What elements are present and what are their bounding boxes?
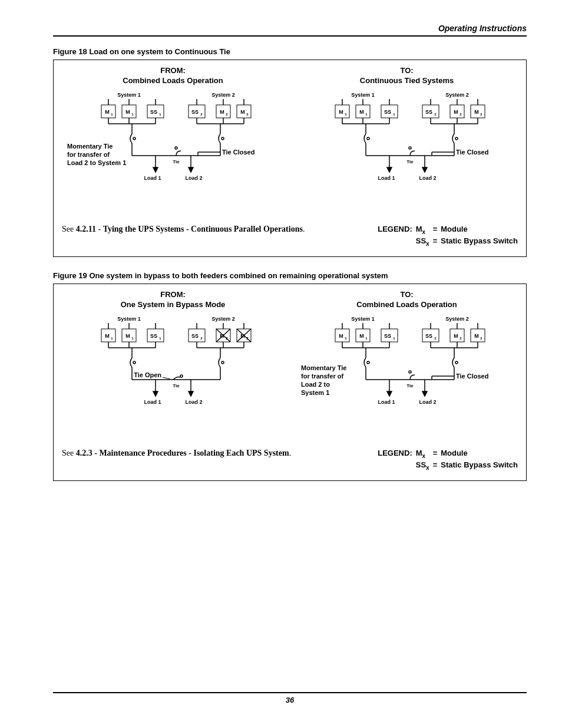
svg-text:System 1: System 1 — [351, 316, 375, 322]
fig18-from-l1: FROM: — [160, 66, 186, 75]
svg-point-196 — [367, 361, 369, 364]
svg-point-201 — [409, 371, 411, 373]
svg-text:Load 1: Load 1 — [378, 399, 395, 405]
svg-text:Tie Closed: Tie Closed — [456, 373, 488, 380]
svg-marker-96 — [387, 167, 392, 172]
svg-text:Load 1: Load 1 — [144, 399, 161, 405]
svg-text:M: M — [474, 109, 479, 115]
svg-text:Load 1: Load 1 — [378, 175, 395, 181]
svg-text:Load 1: Load 1 — [144, 175, 161, 181]
figure19-right-diagram: TO: Combined Loads Operation System 1 Sy… — [296, 290, 518, 431]
svg-text:M: M — [125, 109, 130, 115]
svg-text:M: M — [339, 109, 343, 115]
svg-text:M: M — [105, 333, 110, 339]
figure19-title: Figure 19 One system in bypass to both f… — [53, 271, 527, 280]
svg-marker-205 — [422, 391, 427, 396]
fig19-to-l2: Combined Loads Operation — [356, 300, 457, 309]
svg-text:SS: SS — [191, 109, 198, 115]
figure19-left-diagram: FROM: One System in Bypass Mode System 1… — [62, 290, 284, 431]
svg-text:M: M — [454, 109, 458, 115]
svg-text:SS: SS — [384, 333, 391, 339]
fig18-reference-text: See 4.2.11 - Tying the UPS Systems - Con… — [62, 224, 305, 235]
svg-point-145 — [133, 361, 135, 364]
svg-text:SS: SS — [150, 333, 157, 339]
svg-text:Load 2: Load 2 — [185, 175, 202, 181]
svg-point-90 — [455, 137, 458, 140]
svg-text:System 1: System 1 — [351, 92, 375, 98]
svg-point-36 — [133, 137, 135, 140]
fig18-from-l2: Combined Loads Operation — [123, 76, 223, 85]
svg-text:M: M — [125, 333, 130, 339]
fig18-right-svg: System 1 System 2 M1 M1 SS1 SS2 M2 M2 — [301, 90, 513, 207]
svg-text:SS: SS — [384, 109, 391, 115]
fig19-to-l1: TO: — [400, 290, 413, 299]
svg-point-94 — [409, 147, 411, 149]
svg-marker-152 — [153, 391, 158, 396]
fig19-from-l2: One System in Bypass Mode — [121, 300, 226, 309]
svg-line-159 — [163, 377, 170, 379]
svg-text:Tie Closed: Tie Closed — [222, 149, 254, 156]
figure18-left-diagram: FROM: Combined Loads Operation System 1 … — [62, 66, 284, 207]
svg-text:System 2: System 2 — [211, 316, 235, 322]
svg-point-150 — [180, 375, 183, 377]
svg-text:System 2: System 2 — [211, 92, 235, 98]
svg-text:M: M — [105, 109, 110, 115]
svg-text:System 2: System 2 — [445, 316, 469, 322]
svg-text:M: M — [454, 333, 458, 339]
svg-text:Tie Open: Tie Open — [134, 371, 161, 378]
svg-text:M: M — [240, 109, 245, 115]
fig18-legend: LEGEND: Mx = Module SSx = Static Bypass … — [378, 224, 518, 248]
svg-text:SS: SS — [191, 333, 198, 339]
svg-text:M: M — [220, 109, 224, 115]
svg-text:M: M — [359, 333, 364, 339]
svg-marker-154 — [189, 391, 193, 396]
svg-text:System 1: System 1 — [117, 316, 141, 322]
svg-marker-45 — [189, 167, 193, 172]
svg-point-89 — [367, 137, 369, 140]
svg-point-146 — [222, 361, 224, 364]
figure18-right-diagram: TO: Continuous Tied Systems System 1 Sys… — [296, 66, 518, 207]
fig19-left-svg: System 1 System 2 M1 M1 SS1 SS2 M2 M2 — [67, 314, 279, 431]
fig18-left-svg: System 1 System 2 M1 M1 SS1 SS2 M2 M2 — [67, 90, 279, 207]
fig19-reference-text: See 4.2.3 - Maintenance Procedures - Iso… — [62, 448, 291, 459]
page-footer: 36 — [53, 692, 527, 704]
fig19-right-svg: System 1 System 2 M1 M1 SS1 SS2 M2 M2 — [301, 314, 513, 431]
fig19-legend: LEGEND: Mx = Module SSx = Static Bypass … — [378, 448, 518, 472]
fig18-to-l1: TO: — [400, 66, 413, 75]
svg-text:Momentary Tie
          for tr: Momentary Tie for transfer of Load 2 to … — [301, 364, 349, 396]
svg-text:Tie: Tie — [406, 383, 414, 388]
svg-text:M: M — [359, 109, 364, 115]
svg-text:Tie: Tie — [406, 159, 414, 164]
svg-point-37 — [222, 137, 224, 140]
svg-text:M: M — [339, 333, 343, 339]
fig19-from-l1: FROM: — [160, 290, 186, 299]
svg-text:Load 2: Load 2 — [419, 399, 436, 405]
svg-text:Momentary Tie
          for tr: Momentary Tie for transfer of Load 2 to … — [67, 143, 126, 166]
svg-marker-203 — [387, 391, 392, 396]
svg-text:System 1: System 1 — [117, 92, 141, 98]
figure19-box: FROM: One System in Bypass Mode System 1… — [53, 284, 527, 481]
svg-text:System 2: System 2 — [445, 92, 469, 98]
figure18-box: FROM: Combined Loads Operation System 1 … — [53, 60, 527, 257]
svg-text:Tie: Tie — [173, 159, 180, 164]
svg-point-41 — [175, 147, 177, 149]
svg-text:SS: SS — [425, 109, 432, 115]
header-rule — [53, 35, 527, 37]
fig18-to-l2: Continuous Tied Systems — [360, 76, 454, 85]
section-header: Operating Instructions — [53, 24, 527, 33]
svg-text:Load 2: Load 2 — [185, 399, 202, 405]
svg-text:Tie Closed: Tie Closed — [456, 149, 488, 156]
svg-marker-43 — [153, 167, 158, 172]
svg-text:SS: SS — [425, 333, 432, 339]
figure18-title: Figure 18 Load on one system to Continuo… — [53, 47, 527, 56]
svg-text:SS: SS — [150, 109, 157, 115]
svg-text:Load 2: Load 2 — [419, 175, 436, 181]
svg-text:M: M — [474, 333, 479, 339]
svg-text:Tie: Tie — [173, 383, 180, 388]
svg-point-197 — [455, 361, 458, 364]
page-number: 36 — [286, 696, 294, 704]
svg-marker-98 — [422, 167, 427, 172]
